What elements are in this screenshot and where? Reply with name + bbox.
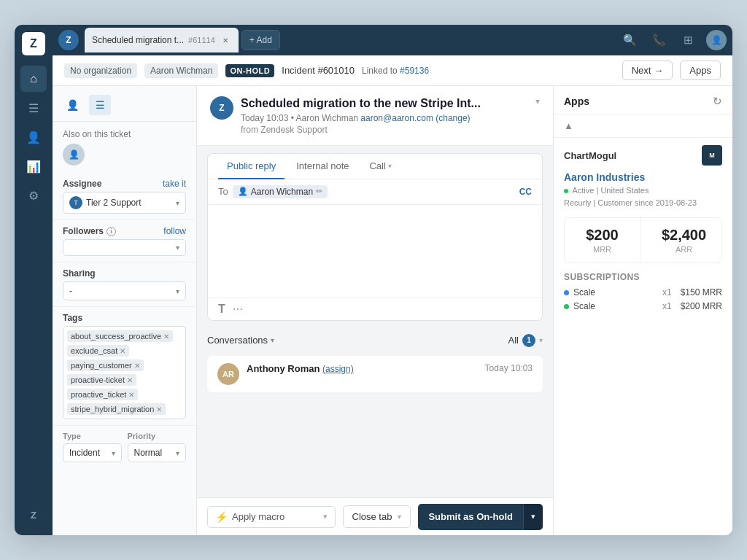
nav-reports-icon[interactable]: 📊 [20,153,47,179]
followers-dropdown[interactable]: ▾ [63,239,186,256]
submit-dropdown-button[interactable]: ▾ [523,504,543,530]
tab-logo: Z [58,30,79,50]
tab-internal-note[interactable]: Internal note [287,154,357,179]
assignee-dropdown[interactable]: T Tier 2 Support ▾ [63,192,186,214]
tag-close-icon[interactable]: ✕ [128,391,134,399]
tab-close-icon[interactable]: ✕ [220,34,231,46]
chartmogul-logo: M [702,145,722,166]
apply-macro-label: Apply macro [232,511,285,522]
close-tab-button[interactable]: Close tab ▾ [343,505,411,528]
type-dropdown[interactable]: Incident ▾ [63,443,122,462]
also-avatar: 👤 [63,144,85,166]
tag-chip: exclude_csat ✕ [67,345,129,357]
tag-close-icon[interactable]: ✕ [127,376,133,384]
assign-link[interactable]: (assign) [322,364,354,374]
take-it-link[interactable]: take it [163,179,186,189]
bottom-bar: ⚡ Apply macro ▾ Close tab ▾ Submit as On… [197,497,553,535]
subscriptions-title: Subscriptions [564,272,722,282]
on-hold-badge: ON-HOLD [225,64,274,77]
apps-button[interactable]: Apps [680,61,721,80]
phone-icon[interactable]: 📞 [648,29,670,51]
ticket-tab[interactable]: Scheduled migration t... #61114 ✕ [85,28,239,52]
macro-icon: ⚡ [215,511,228,523]
tag-close-icon[interactable]: ✕ [134,362,140,370]
search-icon[interactable]: 🔍 [619,29,640,51]
nav-zendesk-icon[interactable]: Z [20,502,47,528]
chartmogul-section: ChartMogul M Aaron Industries Active | U… [554,138,732,322]
nav-tickets-icon[interactable]: ☰ [20,95,47,121]
tab-public-reply[interactable]: Public reply [218,154,285,179]
refresh-icon[interactable]: ↻ [713,95,722,108]
edit-recipient-icon[interactable]: ✏ [316,187,322,196]
type-label: Type [63,432,122,440]
cc-button[interactable]: CC [519,187,532,197]
tag-close-icon[interactable]: ✕ [120,347,125,355]
tab-bar: Z Scheduled migration t... #61114 ✕ + Ad… [53,25,732,55]
linked-ticket-link[interactable]: #59136 [400,66,429,76]
agent-name-badge[interactable]: Aaron Wichman [144,63,218,78]
type-priority-row: Type Incident ▾ Priority Normal ▾ [53,426,196,468]
tags-label: Tags [63,313,82,323]
apply-macro-button[interactable]: ⚡ Apply macro ▾ [207,506,336,528]
customer-since: Customer since 2019-08-23 [597,198,697,207]
left-navigation: Z ⌂ ☰ 👤 📊 ⚙ Z [15,25,53,535]
add-tab-label: + Add [249,35,272,45]
tab-id: #61114 [188,36,215,44]
priority-dropdown[interactable]: Normal ▾ [128,443,187,462]
follow-link[interactable]: follow [163,226,186,236]
ticket-dropdown-icon[interactable]: ▾ [535,96,540,106]
nav-users-icon[interactable]: 👤 [20,124,47,150]
tag-close-icon[interactable]: ✕ [163,332,169,341]
content-row: 👤 ☰ Also on this ticket 👤 Assignee take … [53,86,732,535]
all-conversations-filter[interactable]: All 1 ▾ [508,334,543,347]
sidebar-person-tab[interactable]: 👤 [61,95,83,115]
grid-icon[interactable]: ⊞ [677,29,699,51]
ticket-subject: Scheduled migration to the new Stripe In… [241,96,528,135]
tag-close-icon[interactable]: ✕ [156,405,162,413]
to-label: To [218,186,228,197]
chartmogul-title: ChartMogul [564,150,616,161]
status-dot [564,189,568,193]
ticket-email[interactable]: aaron@aaron.com [360,113,433,123]
nav-settings-icon[interactable]: ⚙ [20,182,47,209]
subscription-row-1: Scale x1 $150 MRR [564,287,722,298]
reply-area: Public reply Internal note Call ▾ To 👤 A… [207,153,543,321]
tags-area[interactable]: about_success_proactive ✕ exclude_csat ✕… [63,326,186,419]
reply-body-area[interactable] [208,205,542,298]
reply-textarea[interactable] [218,214,532,287]
conversation-content: Anthony Roman (assign) [247,363,478,374]
user-avatar[interactable]: 👤 [706,30,727,50]
reply-toolbar: T ⋯ [208,298,542,320]
nav-home-icon[interactable]: ⌂ [20,66,47,92]
to-row: To 👤 Aaron Wichman ✏ CC [208,179,542,205]
assignee-value: Tier 2 Support [86,198,142,208]
priority-label: Priority [128,432,187,440]
next-button[interactable]: Next → [622,61,673,80]
followers-info-icon[interactable]: i [107,227,116,236]
assignee-avatar: T [69,196,82,209]
sharing-section: Sharing - ▾ [53,262,196,307]
more-options-icon[interactable]: ⋯ [233,303,243,315]
format-text-icon[interactable]: T [218,303,225,316]
mrr-label: MRR [570,245,634,254]
submit-button-group: Submit as On-hold ▾ [418,504,543,530]
sharing-chevron-icon: ▾ [176,287,179,295]
submit-main-button[interactable]: Submit as On-hold [418,504,523,530]
followers-label: Followers [63,226,104,236]
collapse-icon[interactable]: ▲ [564,120,573,131]
no-org-badge[interactable]: No organization [64,63,137,78]
sidebar-ticket-tab[interactable]: ☰ [89,95,111,115]
ticket-number: Incident #601010 [282,65,355,76]
priority-value: Normal [134,448,163,458]
ticket-change-link[interactable]: (change) [436,113,470,123]
sharing-dropdown[interactable]: - ▾ [63,281,186,300]
main-area: Z Scheduled migration t... #61114 ✕ + Ad… [53,25,732,535]
conversation-author: Anthony Roman [247,363,320,374]
tag-chip: paying_customer ✕ [67,359,144,371]
followers-section: Followers i follow ▾ [53,220,196,262]
company-name[interactable]: Aaron Industries [564,171,722,183]
conversations-dropdown[interactable]: Conversations ▾ [207,335,274,346]
tab-call[interactable]: Call ▾ [360,154,400,179]
subscription-dot-1 [564,290,569,295]
add-tab-button[interactable]: + Add [241,30,280,50]
